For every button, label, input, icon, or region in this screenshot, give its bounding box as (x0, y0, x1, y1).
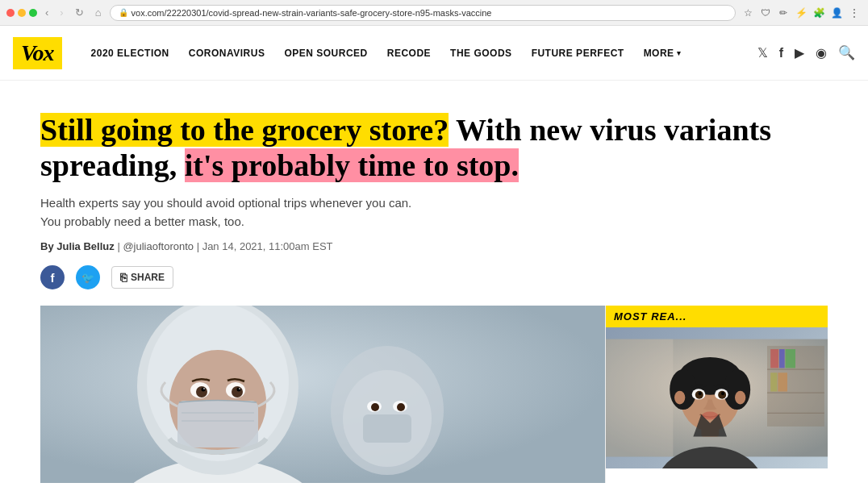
svg-rect-23 (363, 414, 411, 443)
lock-icon: 🔒 (119, 8, 128, 17)
more-arrow-icon: ▾ (677, 49, 682, 57)
facebook-icon[interactable]: f (779, 46, 783, 60)
close-button[interactable] (6, 9, 15, 17)
extension-icon-1[interactable]: 🛡 (758, 6, 773, 20)
svg-rect-31 (786, 349, 796, 368)
menu-icon[interactable]: ⋮ (847, 6, 862, 20)
share-link-button[interactable]: ⎘ SHARE (111, 266, 173, 289)
site-header: Vox 2020 ELECTION CORONAVIRUS OPEN SOURC… (0, 26, 868, 81)
article-main-image (40, 306, 605, 483)
svg-point-45 (699, 392, 702, 395)
headline-highlight-yellow: Still going to the grocery store? (40, 113, 449, 147)
most-read-banner: MOST REA... (606, 306, 828, 327)
share-label: SHARE (131, 272, 165, 283)
nav-item-recode[interactable]: RECODE (378, 48, 440, 59)
main-nav: 2020 ELECTION CORONAVIRUS OPEN SOURCED R… (81, 48, 757, 59)
nav-item-election[interactable]: 2020 ELECTION (81, 48, 179, 59)
svg-rect-14 (177, 401, 258, 447)
home-button[interactable]: ⌂ (92, 5, 105, 20)
svg-rect-29 (770, 349, 778, 368)
share-facebook-button[interactable]: f (40, 265, 65, 289)
twitter-icon[interactable]: 𝕏 (757, 45, 768, 60)
author-name: By Julia Belluz (40, 240, 115, 252)
svg-point-8 (196, 386, 207, 398)
svg-point-21 (371, 403, 379, 411)
svg-rect-30 (779, 349, 785, 368)
svg-point-39 (670, 369, 696, 410)
svg-point-12 (203, 388, 205, 389)
svg-point-22 (397, 403, 405, 411)
browser-toolbar: ☆ 🛡 ✏ ⚡ 🧩 👤 ⋮ (741, 6, 862, 20)
article-subhead: Health experts say you should avoid opti… (40, 194, 828, 231)
svg-point-49 (735, 391, 745, 405)
social-links: 𝕏 f ▶ ◉ 🔍 (757, 44, 855, 61)
svg-rect-1 (40, 306, 605, 483)
extension-icon-3[interactable]: ⚡ (794, 6, 808, 20)
forward-button[interactable]: › (56, 5, 66, 20)
youtube-icon[interactable]: ▶ (795, 45, 804, 60)
svg-point-9 (232, 386, 243, 398)
nav-item-future-perfect[interactable]: FUTURE PERFECT (522, 48, 634, 59)
share-row: f 🐦 ⎘ SHARE (40, 265, 828, 289)
share-link-icon: ⎘ (120, 271, 127, 284)
reload-button[interactable]: ↻ (72, 5, 87, 20)
back-button[interactable]: ‹ (42, 5, 52, 20)
url-text: vox.com/22220301/covid-spread-new-strain… (131, 8, 492, 18)
maximize-button[interactable] (29, 9, 37, 17)
twitter-share-icon: 🐦 (81, 272, 94, 284)
svg-point-10 (202, 388, 206, 392)
profile-icon[interactable]: 👤 (829, 6, 844, 20)
svg-point-40 (724, 369, 750, 410)
extension-icon-2[interactable]: ✏ (776, 6, 791, 20)
extensions-icon[interactable]: 🧩 (812, 6, 826, 20)
facebook-share-icon: f (51, 271, 55, 285)
rss-icon[interactable]: ◉ (816, 45, 827, 60)
sidebar-video-thumbnail[interactable] (606, 327, 828, 468)
share-twitter-button[interactable]: 🐦 (76, 265, 100, 289)
svg-rect-32 (770, 373, 777, 392)
svg-rect-33 (778, 373, 787, 392)
svg-point-11 (237, 388, 241, 392)
sidebar-panel: MOST REA... (605, 306, 828, 483)
images-row: MOST REA... (40, 306, 828, 483)
nav-item-open-sourced[interactable]: OPEN SOURCED (274, 48, 377, 59)
browser-chrome: ‹ › ↻ ⌂ 🔒 vox.com/22220301/covid-spread-… (0, 0, 868, 26)
publish-date: Jan 14, 2021, 11:00am EST (202, 240, 333, 252)
nav-item-coronavirus[interactable]: CORONAVIRUS (179, 48, 275, 59)
svg-point-13 (239, 388, 240, 389)
sidebar-video-svg (606, 327, 828, 468)
bookmark-icon[interactable]: ☆ (741, 6, 755, 20)
article-byline: By Julia Belluz | @juliaoftoronto | Jan … (40, 240, 828, 252)
svg-point-48 (674, 391, 685, 405)
nav-item-more[interactable]: MORE ▾ (634, 48, 691, 59)
minimize-button[interactable] (18, 9, 26, 17)
vox-logo[interactable]: Vox (13, 37, 62, 69)
svg-point-46 (721, 392, 724, 395)
author-handle[interactable]: @juliaoftoronto (123, 240, 194, 252)
article-headline: Still going to the grocery store? With n… (40, 113, 828, 183)
search-button[interactable]: 🔍 (838, 44, 855, 61)
main-image-svg (40, 306, 605, 483)
address-bar[interactable]: 🔒 vox.com/22220301/covid-spread-new-stra… (110, 5, 736, 21)
article-content: Still going to the grocery store? With n… (0, 81, 868, 483)
headline-highlight-pink: it's probably time to stop. (185, 148, 519, 182)
svg-rect-34 (606, 339, 673, 457)
nav-item-the-goods[interactable]: THE GOODS (440, 48, 522, 59)
window-controls (6, 9, 37, 17)
